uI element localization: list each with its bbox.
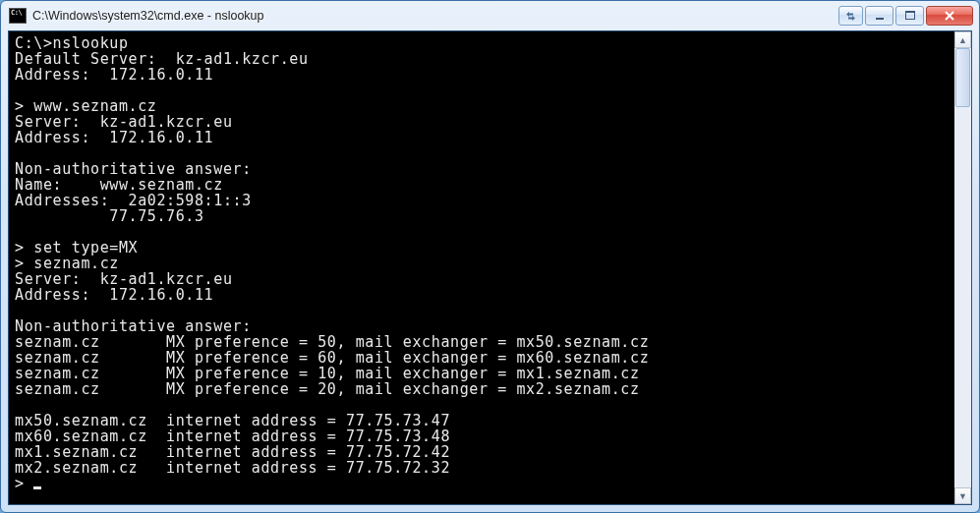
close-icon [944,11,955,21]
cmd-window: C:\Windows\system32\cmd.exe - nslookup C… [0,0,980,513]
terminal-output[interactable]: C:\>nslookup Default Server: kz-ad1.kzcr… [15,35,953,504]
scroll-down-button[interactable]: ▼ [954,487,971,504]
maximize-button[interactable] [895,6,924,26]
chevron-up-icon: ▲ [958,35,967,45]
cursor [33,486,41,489]
close-button[interactable] [926,6,973,26]
terminal-line: Address: 172.16.0.11 [15,66,213,84]
help-button[interactable] [838,6,863,26]
svg-rect-0 [876,18,884,20]
client-area: C:\>nslookup Default Server: kz-ad1.kzcr… [8,30,972,505]
window-button-group [838,6,973,26]
scroll-up-button[interactable]: ▲ [954,31,971,48]
chevron-down-icon: ▼ [958,491,967,501]
terminal-line: Address: 172.16.0.11 [15,286,213,304]
svg-rect-2 [905,11,915,13]
window-title: C:\Windows\system32\cmd.exe - nslookup [32,9,833,23]
terminal-line: 77.75.76.3 [15,207,204,225]
vertical-scrollbar[interactable]: ▲ ▼ [954,31,971,504]
cmd-icon [9,8,27,24]
scroll-thumb[interactable] [955,48,970,107]
titlebar[interactable]: C:\Windows\system32\cmd.exe - nslookup [1,1,979,30]
terminal-line: Address: 172.16.0.11 [15,129,213,146]
swap-icon [845,12,856,21]
minimize-icon [875,11,885,21]
maximize-icon [905,11,915,21]
terminal-line: > [15,475,33,492]
terminal-line: mx2.seznam.cz internet address = 77.75.7… [15,459,450,477]
terminal-line: seznam.cz MX preference = 20, mail excha… [15,380,640,398]
scroll-track[interactable] [954,48,971,487]
minimize-button[interactable] [865,6,894,26]
